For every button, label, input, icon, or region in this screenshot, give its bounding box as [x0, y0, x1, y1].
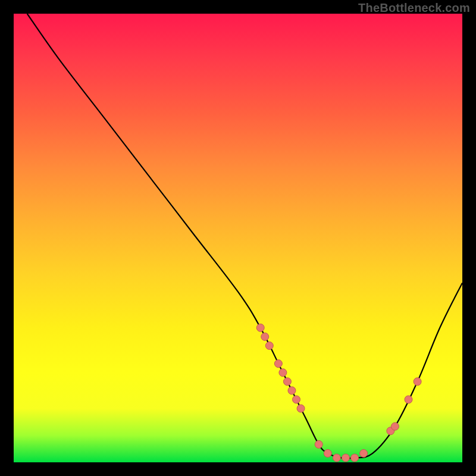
data-point — [293, 396, 300, 403]
data-point — [315, 440, 322, 448]
data-point — [324, 449, 331, 457]
data-point — [391, 422, 399, 430]
data-point — [274, 360, 282, 368]
data-point — [360, 449, 368, 457]
data-point — [265, 342, 273, 349]
data-point — [283, 378, 291, 386]
data-point — [288, 387, 296, 394]
bottleneck-curve — [27, 14, 462, 458]
data-point — [405, 396, 412, 403]
data-point — [414, 378, 421, 386]
chart-svg — [0, 0, 476, 476]
data-point — [342, 454, 349, 462]
data-point — [351, 454, 359, 462]
data-point — [279, 369, 287, 377]
data-point — [297, 405, 305, 412]
data-point — [256, 324, 264, 331]
data-point — [333, 454, 340, 462]
data-point — [261, 333, 269, 340]
